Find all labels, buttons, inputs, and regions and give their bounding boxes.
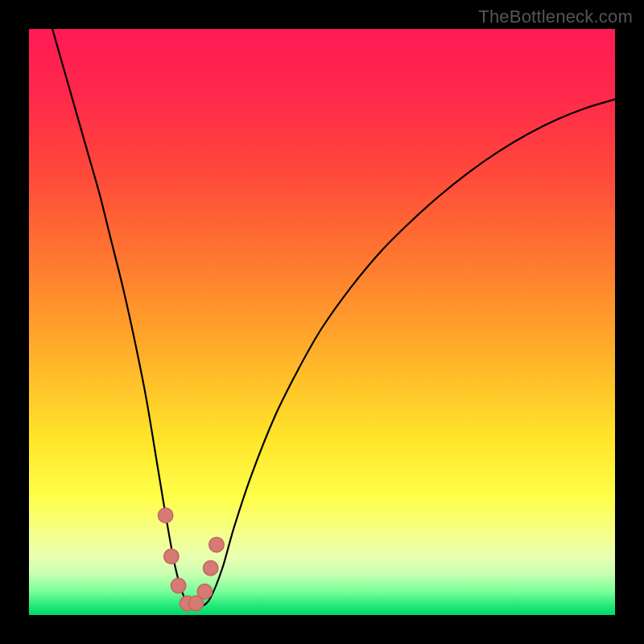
bottleneck-curve <box>52 29 615 607</box>
highlight-dot <box>159 508 173 522</box>
curve-layer <box>29 29 615 615</box>
highlight-dot <box>204 561 218 576</box>
watermark-text: TheBottleneck.com <box>478 6 633 27</box>
plot-area <box>29 29 615 615</box>
highlight-dot <box>164 549 179 564</box>
highlight-dot <box>171 579 186 593</box>
highlight-dots <box>159 508 225 610</box>
highlight-dot <box>209 538 224 552</box>
highlight-dot <box>197 584 212 599</box>
chart-frame: TheBottleneck.com <box>0 0 644 644</box>
